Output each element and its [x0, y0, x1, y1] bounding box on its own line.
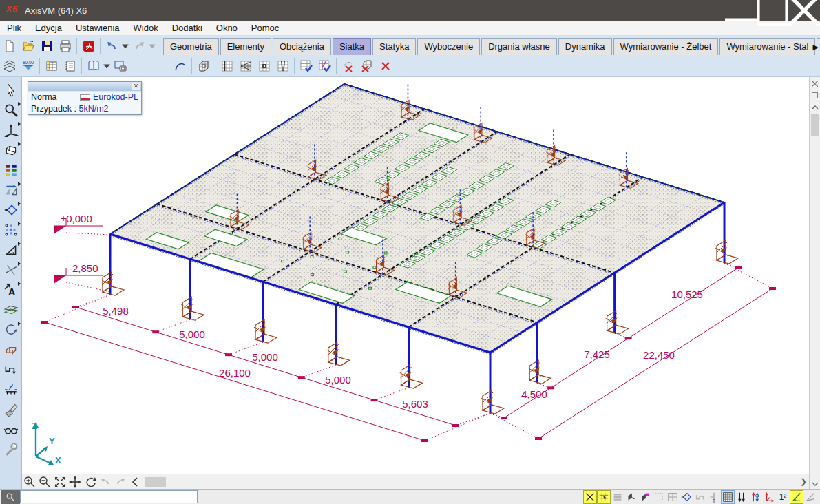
structural-members-button[interactable] [1, 339, 21, 359]
tab-obciazenia[interactable]: Obciążenia [273, 38, 331, 55]
open-file-button[interactable] [19, 37, 37, 55]
select-tool-button[interactable] [1, 80, 21, 100]
redo-dropdown[interactable] [148, 37, 156, 55]
new-file-button[interactable] [0, 37, 19, 55]
tab-wymiarowanie-zelbet[interactable]: Wymiarowanie - Żelbet [613, 38, 719, 55]
collapse-toolbar-button[interactable] [128, 475, 143, 489]
tab-wyboczenie[interactable]: Wyboczenie [417, 38, 480, 55]
minimize-button[interactable] [725, 0, 757, 21]
redo-view-button[interactable] [113, 475, 128, 489]
undo-dropdown[interactable] [121, 37, 129, 55]
angle-free-toggle[interactable] [803, 490, 817, 504]
vscroll-up-arrow[interactable] [810, 102, 820, 112]
parts-tool-button[interactable] [1, 140, 21, 160]
menu-widok[interactable]: Widok [127, 21, 165, 36]
region-display-toggle[interactable] [652, 490, 666, 504]
tab-siatka[interactable]: Siatka [333, 38, 371, 55]
menu-okno[interactable]: Okno [209, 21, 244, 36]
save-button[interactable] [37, 37, 56, 55]
view-restore-button[interactable] [810, 90, 820, 101]
transform-tool-button[interactable] [1, 180, 21, 200]
save-view-button[interactable] [111, 57, 129, 75]
zoom-fit-button[interactable] [52, 475, 67, 489]
menu-plik[interactable]: Plik [0, 21, 28, 36]
maximize-button[interactable] [757, 0, 788, 21]
tab-overflow-arrow[interactable]: ▶ [813, 43, 819, 52]
dimension-text-button[interactable]: A [1, 280, 21, 300]
search-input[interactable] [20, 490, 198, 503]
display-options-button[interactable] [1, 419, 21, 439]
zoom-in-button[interactable] [22, 475, 37, 489]
polyline-status-toggle[interactable] [693, 490, 707, 504]
tab-drgania-wlasne[interactable]: Drgania własne [481, 38, 557, 55]
close-button[interactable] [788, 0, 820, 21]
check-mesh-overlap-button[interactable] [315, 57, 334, 75]
axis-display-toggle[interactable] [707, 490, 721, 504]
guidelines-tool-button[interactable] [1, 220, 21, 240]
workplane-toggle[interactable] [624, 490, 638, 504]
geometry-status-toggle[interactable] [680, 490, 693, 504]
menu-ustawienia[interactable]: Ustawienia [69, 21, 127, 36]
table-browser-button[interactable] [42, 57, 61, 75]
mesh-refine-fan-button[interactable] [236, 57, 255, 75]
set-square-tool-button[interactable] [1, 240, 21, 260]
pan-button[interactable] [67, 475, 83, 489]
reactions-display-toggle[interactable] [748, 490, 762, 504]
color-coding-button[interactable] [1, 160, 21, 180]
tab-dynamika[interactable]: Dynamika [558, 38, 612, 55]
search-button[interactable] [1, 490, 20, 504]
hscroll-thumb[interactable] [145, 477, 166, 487]
mesh-domain-button[interactable] [194, 57, 213, 75]
vertical-scrollbar[interactable] [810, 112, 820, 477]
story-level-button[interactable]: ±0.00 [19, 57, 37, 75]
line-elements-button[interactable] [1, 359, 21, 379]
loads-display-toggle[interactable] [735, 490, 748, 504]
tab-elementy[interactable]: Elementy [220, 38, 271, 55]
undo-button[interactable] [103, 37, 121, 55]
views-tool-button[interactable] [1, 120, 21, 140]
spotlight-button[interactable] [1, 399, 21, 419]
mesh-display-toggle[interactable] [721, 490, 735, 504]
numbering-toggle[interactable]: 1² [776, 490, 790, 504]
mesh-arc-divide-button[interactable] [171, 57, 189, 75]
local-axes-toggle[interactable] [762, 490, 776, 504]
workplanes-button[interactable] [1, 300, 21, 319]
info-panel-close-button[interactable]: ✕ [132, 83, 140, 90]
drawings-library-button[interactable] [84, 57, 103, 75]
tab-statyka[interactable]: Statyka [372, 38, 416, 55]
mesh-refine-strip-button[interactable] [273, 57, 292, 75]
rotate-view-button[interactable] [83, 475, 98, 489]
redo-button[interactable] [129, 37, 148, 55]
mesh-refine-node-button[interactable] [255, 57, 273, 75]
beam-internal-forces-button[interactable] [1, 379, 21, 399]
hscroll-right-arrow[interactable]: ❯ [799, 477, 808, 486]
check-mesh-button[interactable] [297, 57, 315, 75]
partitions-toggle[interactable] [666, 490, 680, 504]
layers-status-toggle[interactable] [611, 490, 624, 504]
info-panel-header[interactable]: ✕ [28, 82, 141, 91]
undo-view-button[interactable] [98, 475, 113, 489]
mesh-refine-edge-button[interactable] [218, 57, 236, 75]
intersect-tool-button[interactable] [1, 260, 21, 280]
model-canvas[interactable]: 5,498 5,000 5,000 5,000 5,603 26,100 4,5… [22, 77, 809, 489]
workplane-alt-toggle[interactable] [638, 490, 652, 504]
zoom-tool-button[interactable] [1, 100, 21, 120]
model-view[interactable]: 5,498 5,000 5,000 5,000 5,603 26,100 4,5… [22, 77, 809, 474]
report-maker-button[interactable] [61, 57, 79, 75]
vscroll-thumb[interactable] [811, 114, 819, 136]
menu-pomoc[interactable]: Pomoc [244, 21, 286, 36]
print-button[interactable] [56, 37, 74, 55]
settings-button[interactable] [1, 439, 21, 459]
tab-wymiarowanie-stal[interactable]: Wymiarowanie - Stal [719, 38, 815, 55]
drawings-library-dropdown[interactable] [103, 57, 111, 75]
zoom-out-button[interactable] [37, 475, 52, 489]
view-close-button[interactable] [810, 78, 820, 89]
angle-snap-toggle[interactable] [790, 490, 803, 504]
delete-button[interactable] [376, 57, 395, 75]
pdf-export-button[interactable] [79, 37, 98, 55]
menu-edycja[interactable]: Edycja [28, 21, 69, 36]
menu-dodatki[interactable]: Dodatki [165, 21, 209, 36]
renumber-button[interactable] [1, 319, 21, 339]
snap-to-node-toggle[interactable] [583, 490, 597, 504]
geometry-tools-button[interactable] [1, 200, 21, 220]
